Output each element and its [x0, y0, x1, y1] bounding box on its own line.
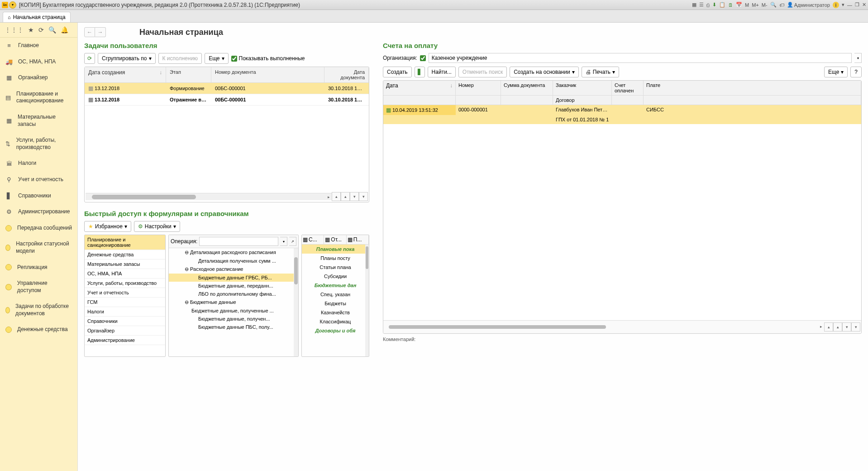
col-inv-payer[interactable]: Плате — [644, 81, 861, 95]
tb-icon[interactable]: 🏷 — [779, 2, 784, 8]
inv-next-button[interactable]: ▾ — [842, 322, 851, 332]
qa-category-item[interactable]: Учет и отчетность — [85, 288, 165, 298]
user-label[interactable]: 👤 Администратор — [787, 2, 830, 8]
qa-category-item[interactable]: Материальные запасы — [85, 260, 165, 269]
qa-category-item[interactable]: Администрирование — [85, 336, 165, 345]
forward-button[interactable]: → — [95, 27, 106, 37]
help-button[interactable]: ? — [850, 67, 862, 77]
qa-tree-node[interactable]: Бюджетные данные ПБС, полу... — [169, 323, 298, 331]
tb-icon[interactable]: 🔍 — [770, 2, 777, 8]
col-date[interactable]: Дата создания ↓ — [85, 67, 166, 82]
qa-tree-node[interactable]: Детализация полученных сумм ... — [169, 257, 298, 265]
inv-first-button[interactable]: ▴ — [824, 322, 833, 332]
sidebar-item[interactable]: 🚚ОС, НМА, НПА — [0, 54, 77, 70]
qa-tree-node[interactable]: Бюджетные данные ГРБС, РБ... — [169, 274, 298, 282]
qa-right-item[interactable]: Субсидии — [302, 272, 369, 281]
sidebar-circle-item[interactable]: Передача сообщений — [0, 220, 77, 236]
tb-icon[interactable]: M- — [762, 2, 768, 8]
tb-icon[interactable]: ⬇ — [712, 2, 716, 8]
sidebar-item[interactable]: ▋Справочники — [0, 188, 77, 204]
qa-right-item[interactable]: Плановые пока — [302, 245, 369, 254]
inv-last-button[interactable]: ▾ — [851, 322, 860, 332]
qa-category-item[interactable]: Планирование и санкционирование — [85, 235, 165, 250]
minimize-icon[interactable]: — — [847, 2, 852, 8]
qa-right-tab[interactable]: ▦От... — [324, 235, 346, 244]
tb-icon[interactable]: 📋 — [719, 2, 725, 8]
operation-input[interactable] — [199, 237, 278, 246]
print-button[interactable]: 🖨 Печать ▾ — [582, 67, 619, 77]
close-icon[interactable]: ✕ — [862, 2, 866, 8]
sidebar-item[interactable]: ≡Главное — [0, 38, 77, 54]
more-button[interactable]: Еще ▾ — [205, 53, 228, 64]
col-ddate[interactable]: Дата документа — [324, 67, 369, 82]
inv-more-button[interactable]: Еще ▾ — [824, 67, 848, 77]
tb-icon[interactable]: M — [745, 2, 749, 8]
sidebar-item[interactable]: ▦Материальные запасы — [0, 109, 77, 132]
col-inv-sum[interactable]: Сумма документа — [501, 81, 553, 95]
col-inv-contract[interactable]: Договор — [553, 96, 612, 105]
find-button[interactable]: Найти... — [428, 67, 456, 77]
tb-icon[interactable]: ▾ — [842, 2, 844, 8]
group-by-button[interactable]: Сгруппировать по ▾ — [98, 53, 156, 64]
inv-prev-button[interactable]: ▴ — [833, 322, 842, 332]
create-based-button[interactable]: Создать на основании ▾ — [510, 67, 579, 77]
bell-icon[interactable]: 🔔 — [61, 26, 68, 34]
history-icon[interactable]: ⟳ — [38, 26, 44, 34]
qa-tree-node[interactable]: ⊖ Бюджетные данные — [169, 298, 298, 307]
show-done-checkbox[interactable]: Показывать выполненные — [231, 55, 305, 62]
sidebar-item[interactable]: ⚙Администрирование — [0, 204, 77, 220]
star-icon[interactable]: ★ — [28, 26, 34, 34]
qa-tree-node[interactable]: ЛБО по дополнительному фина... — [169, 290, 298, 298]
qa-right-item[interactable]: Казначейств — [302, 308, 369, 317]
qa-right-item[interactable]: Планы посту — [302, 254, 369, 263]
tb-icon[interactable]: 📅 — [736, 2, 742, 8]
qa-right-tab[interactable]: ▦П... — [347, 235, 369, 244]
create-button[interactable]: Создать — [383, 67, 412, 77]
settings-button[interactable]: ⚙ Настройки ▾ — [134, 221, 180, 232]
tb-icon[interactable]: M+ — [752, 2, 759, 8]
tb-icon[interactable]: ⎙ — [706, 2, 710, 8]
prev-row-button[interactable]: ▴ — [341, 192, 350, 201]
last-row-button[interactable]: ▾ — [359, 192, 368, 201]
info-icon[interactable]: i — [833, 2, 839, 8]
qa-right-item[interactable]: Классификац — [302, 317, 369, 326]
task-row[interactable]: ▦ 13.12.2018Формирование00БС-00000130.10… — [85, 83, 369, 94]
tab-home[interactable]: ⌂ Начальная страница — [3, 12, 71, 22]
col-doc[interactable]: Номер документа — [211, 67, 324, 82]
inv-hscroll[interactable]: ▸ — [384, 324, 824, 330]
first-row-button[interactable]: ▴ — [332, 192, 341, 201]
apps-icon[interactable]: ⋮⋮⋮ — [5, 26, 24, 34]
sidebar-circle-item[interactable]: Настройки статусной модели — [0, 236, 77, 259]
qa-category-item[interactable]: Органайзер — [85, 326, 165, 336]
sidebar-item[interactable]: ▤Планирование и санкционирование — [0, 86, 77, 109]
sidebar-circle-item[interactable]: Денежные средства — [0, 322, 77, 338]
qa-category-item[interactable]: ГСМ — [85, 298, 165, 307]
tb-icon[interactable]: ☰ — [699, 2, 704, 8]
invoice-row[interactable]: ▦ 10.04.2019 13:51:320000-000001Главбухо… — [383, 105, 861, 124]
qa-category-item[interactable]: Денежные средства — [85, 250, 165, 260]
refresh-button[interactable]: ⟳ — [84, 53, 95, 64]
org-checkbox[interactable] — [420, 55, 426, 61]
maximize-icon[interactable]: ❐ — [855, 2, 859, 8]
sidebar-circle-item[interactable]: Управление доступом — [0, 275, 77, 298]
dropdown-circle-icon[interactable]: ▾ — [9, 1, 16, 9]
org-input[interactable] — [429, 53, 852, 63]
to-execution-button[interactable]: К исполнению — [158, 53, 202, 64]
qa-tree-node[interactable]: Бюджетные данные, переданн... — [169, 282, 298, 290]
favorites-button[interactable]: ★ Избранное ▾ — [84, 221, 131, 232]
qa-category-item[interactable]: ОС, НМА, НПА — [85, 269, 165, 279]
qa-right-item[interactable]: Бюджетные дан — [302, 281, 369, 290]
col-stage[interactable]: Этап — [166, 67, 211, 82]
sidebar-circle-item[interactable]: Задачи по обработке документов — [0, 298, 77, 322]
org-dropdown[interactable]: ▾ — [854, 53, 862, 63]
qa-category-item[interactable]: Услуги, работы, производство — [85, 279, 165, 288]
qa-tree-node[interactable]: ⊖ Детализация расходного расписания — [169, 248, 298, 257]
qa-right-item[interactable]: Бюджеты — [302, 299, 369, 308]
qa-tree-node[interactable]: Бюджетные данные, полученные ... — [169, 307, 298, 315]
next-row-button[interactable]: ▾ — [350, 192, 359, 201]
qa-tree-node[interactable]: Бюджетные данные, получен... — [169, 315, 298, 323]
operation-open[interactable]: ↗ — [289, 237, 296, 246]
qa-category-item[interactable]: Налоги — [85, 307, 165, 317]
qa-right-tab[interactable]: ▦С... — [302, 235, 324, 244]
back-button[interactable]: ← — [84, 27, 95, 37]
